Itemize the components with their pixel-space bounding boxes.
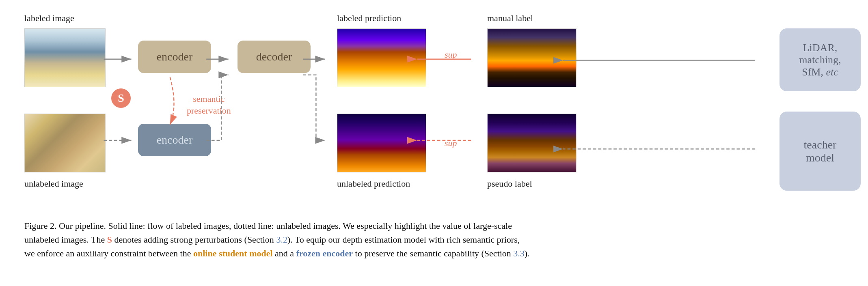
labeled-image-label: labeled image — [24, 13, 74, 24]
arrows-svg — [12, 8, 856, 215]
teacher-model-label: teachermodel — [804, 138, 837, 164]
diagram-area: encoder encoder decoder teachermodel LiD… — [12, 8, 856, 215]
s-label: S — [118, 92, 124, 105]
encoder-top-box: encoder — [138, 41, 211, 73]
unlabeled-image — [24, 114, 106, 172]
online-student-highlight: online student model — [193, 248, 273, 258]
frozen-encoder-highlight: frozen encoder — [296, 248, 353, 258]
caption-part-1: Figure 2. Our pipeline. Solid line: flow… — [24, 221, 512, 231]
pseudo-label-label: pseudo label — [487, 178, 532, 189]
sem-pres-text: semanticpreservation — [187, 94, 231, 116]
caption-part-2: unlabeled images. The S denotes adding s… — [24, 234, 520, 245]
encoder-top-label: encoder — [157, 50, 193, 63]
encoder-bottom-label: encoder — [157, 133, 193, 146]
labeled-image — [24, 28, 106, 87]
unlabeled-prediction-label: unlabeled prediction — [337, 178, 410, 189]
ref-3-3: 3.3 — [513, 248, 525, 258]
teacher-model-box: teachermodel — [779, 112, 861, 191]
s-perturbation-circle: S — [111, 88, 131, 108]
decoder-box: decoder — [238, 41, 311, 73]
pseudo-label-image — [487, 114, 577, 172]
sup-bottom-label: sup — [445, 138, 457, 148]
main-container: encoder encoder decoder teachermodel LiD… — [0, 0, 868, 269]
manual-label-label: manual label — [487, 13, 533, 24]
caption-part-3: we enforce an auxiliary constraint betwe… — [24, 248, 530, 258]
lidar-box: LiDAR,matching,SfM, etc — [779, 28, 861, 91]
caption-text: Figure 2. Our pipeline. Solid line: flow… — [24, 219, 844, 260]
labeled-prediction-image — [337, 28, 426, 87]
s-highlight: S — [107, 234, 112, 245]
semantic-preservation-label: semanticpreservation — [187, 93, 231, 116]
decoder-label: decoder — [256, 50, 292, 63]
manual-label-image — [487, 28, 577, 87]
caption-area: Figure 2. Our pipeline. Solid line: flow… — [12, 219, 856, 260]
unlabeled-image-label: unlabeled image — [24, 178, 83, 189]
encoder-bottom-box: encoder — [138, 124, 211, 156]
unlabeled-prediction-image — [337, 114, 426, 172]
labeled-prediction-label: labeled prediction — [337, 13, 401, 24]
ref-3-2: 3.2 — [276, 234, 287, 245]
sup-top-label: sup — [445, 49, 457, 60]
lidar-label: LiDAR,matching,SfM, etc — [799, 42, 841, 78]
